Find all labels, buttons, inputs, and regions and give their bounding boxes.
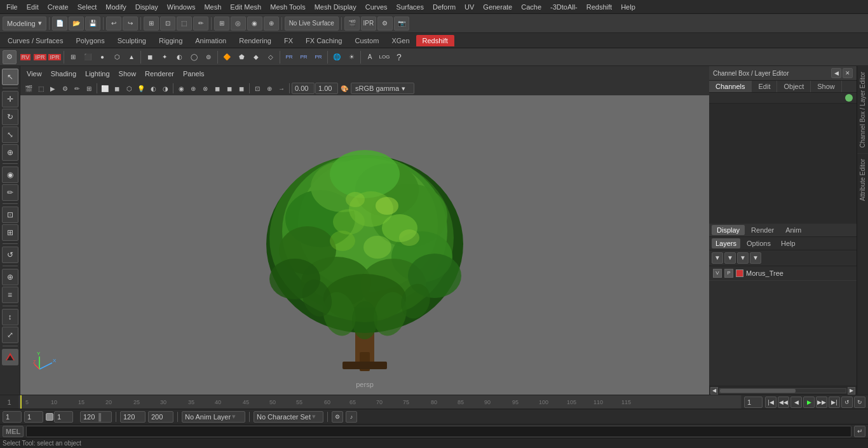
- vp-frame-btn[interactable]: ⬚: [35, 83, 46, 94]
- menu-create[interactable]: Create: [44, 2, 72, 12]
- vp-step-btn[interactable]: ⚙: [59, 83, 71, 94]
- menu-file[interactable]: File: [3, 2, 22, 12]
- vert-tab-channel-box[interactable]: Channel Box / Layer Editor: [857, 66, 868, 153]
- rs-geo-btn[interactable]: ⬡: [110, 50, 124, 64]
- layer-vp-btn[interactable]: V: [713, 269, 722, 278]
- vp-panels-menu[interactable]: Panels: [179, 69, 208, 79]
- paint-ops-btn[interactable]: ✏: [2, 184, 18, 201]
- menu-cache[interactable]: Cache: [517, 2, 545, 12]
- layer-scrollbar[interactable]: ◀ ▶: [709, 386, 857, 395]
- menu-deform[interactable]: Deform: [429, 2, 459, 12]
- menu-edit[interactable]: Edit: [23, 2, 43, 12]
- transport-forward[interactable]: ▶▶: [816, 397, 827, 408]
- vp-play-btn[interactable]: ▶: [47, 83, 58, 94]
- vp-renderer-menu[interactable]: Renderer: [141, 69, 178, 79]
- rs-ipr3-btn[interactable]: IPR: [48, 50, 62, 64]
- transport-goto-end[interactable]: ▶|: [829, 397, 840, 408]
- transport-loop[interactable]: ↺: [841, 397, 853, 408]
- rs-sky-btn[interactable]: ☀: [344, 50, 358, 64]
- transport-step[interactable]: ↻: [854, 397, 865, 408]
- vp-show-menu[interactable]: Show: [115, 69, 140, 79]
- le-action-4[interactable]: ▼: [750, 252, 761, 264]
- menu-windows[interactable]: Windows: [163, 2, 200, 12]
- tab-xgen[interactable]: XGen: [385, 35, 416, 46]
- rs-env-btn[interactable]: 🌐: [330, 50, 344, 64]
- tab-redshift[interactable]: Redshift: [416, 35, 454, 46]
- rs-mat2-btn[interactable]: ⬟: [234, 50, 248, 64]
- rs-box-btn[interactable]: ⬛: [81, 50, 95, 64]
- rs-cone-btn[interactable]: ▲: [125, 50, 139, 64]
- vp-zoom-value[interactable]: 1.00: [315, 83, 338, 94]
- layer-render-btn[interactable]: P: [724, 269, 733, 278]
- vp-camera-btn[interactable]: 🎬: [23, 83, 34, 94]
- last-tool-btn[interactable]: ⊕: [2, 269, 18, 285]
- le-action-3[interactable]: ▼: [737, 252, 749, 264]
- vp-res3-btn[interactable]: ◼: [236, 83, 247, 94]
- rs-mat1-btn[interactable]: 🔶: [220, 50, 234, 64]
- menu-select[interactable]: Select: [74, 2, 101, 12]
- vp-shadow-btn[interactable]: ◐: [147, 83, 159, 94]
- vert-move-btn[interactable]: ↕: [2, 309, 18, 325]
- rs-mat4-btn[interactable]: ◇: [264, 50, 278, 64]
- scroll-left-arrow[interactable]: ◀: [710, 387, 718, 395]
- tab-animation[interactable]: Animation: [189, 35, 233, 46]
- soft-select-btn[interactable]: ◉: [2, 166, 18, 183]
- le-layers-tab[interactable]: Layers: [712, 238, 740, 248]
- universal-manip-btn[interactable]: ⊕: [2, 144, 18, 161]
- le-action-1[interactable]: ▼: [712, 252, 723, 264]
- rp-display-tab[interactable]: Display: [712, 225, 745, 235]
- select-by-component-btn[interactable]: ⊡: [160, 17, 175, 31]
- vp-xray2-btn[interactable]: ⊗: [200, 83, 211, 94]
- vp-next-btn[interactable]: →: [276, 83, 287, 94]
- menu-redshift[interactable]: Redshift: [583, 2, 616, 12]
- menu-mesh-display[interactable]: Mesh Display: [311, 2, 360, 12]
- layer-color-swatch[interactable]: [736, 269, 743, 277]
- render-view-btn[interactable]: 🎬: [344, 17, 360, 31]
- tab-rigging[interactable]: Rigging: [153, 35, 189, 46]
- vp-texture-btn[interactable]: ⬡: [123, 83, 135, 94]
- scale-tool-btn[interactable]: ⤡: [2, 126, 18, 143]
- bc-min-frame[interactable]: 120: [120, 411, 146, 423]
- vp-lighting-menu[interactable]: Lighting: [81, 69, 114, 79]
- menu-help[interactable]: Help: [617, 2, 639, 12]
- bc-frame2[interactable]: 1: [24, 411, 43, 423]
- rs-log-btn[interactable]: LOG: [377, 50, 391, 64]
- vp-ao-btn[interactable]: ◑: [159, 83, 171, 94]
- layer-row[interactable]: V P Morus_Tree: [709, 266, 857, 281]
- snapshot-btn[interactable]: 📷: [394, 17, 409, 31]
- rs-mat3-btn[interactable]: ◆: [249, 50, 263, 64]
- vp-bookmark-btn[interactable]: ⊕: [264, 83, 275, 94]
- workspace-dropdown[interactable]: Modeling ▾: [3, 17, 46, 31]
- rs-torus-btn[interactable]: ⊚: [201, 50, 215, 64]
- rs-ring-btn[interactable]: ◯: [187, 50, 201, 64]
- rp-render-tab[interactable]: Render: [746, 225, 779, 235]
- vp-colorspace-dropdown[interactable]: sRGB gamma ▾: [351, 83, 414, 94]
- snap-to-point-btn[interactable]: ◉: [247, 17, 262, 31]
- save-scene-btn[interactable]: 💾: [85, 17, 100, 31]
- scroll-right-arrow[interactable]: ▶: [848, 387, 855, 395]
- menu-edit-mesh[interactable]: Edit Mesh: [226, 2, 265, 12]
- cb-channels-tab[interactable]: Channels: [709, 81, 752, 92]
- rs-pr1-btn[interactable]: PR: [282, 50, 296, 64]
- scroll-track[interactable]: [719, 388, 846, 393]
- snap-to-grid-btn[interactable]: ⊞: [214, 17, 229, 31]
- rp-anim-tab[interactable]: Anim: [780, 225, 806, 235]
- rs-grid-btn[interactable]: ⊞: [66, 50, 80, 64]
- vp-res2-btn[interactable]: ◼: [224, 83, 235, 94]
- bc-settings-btn[interactable]: ⚙: [332, 411, 343, 423]
- rp-prev-btn[interactable]: ◀: [831, 68, 841, 78]
- menu-3dtall[interactable]: -3DtoAll-: [546, 2, 581, 12]
- le-action-2[interactable]: ▼: [724, 252, 736, 264]
- tab-curves-surfaces[interactable]: Curves / Surfaces: [1, 35, 69, 46]
- transport-step-back[interactable]: ◀◀: [778, 397, 789, 408]
- ipr-btn[interactable]: IPR: [361, 17, 376, 31]
- cb-show-tab[interactable]: Show: [811, 81, 842, 92]
- xform-btn[interactable]: ⤢: [2, 327, 18, 343]
- bc-frame3[interactable]: 1: [54, 411, 73, 423]
- bc-range-end[interactable]: 120 ▐: [80, 411, 112, 423]
- vp-paint-btn[interactable]: ✏: [71, 83, 83, 94]
- render-settings-btn[interactable]: ⚙: [377, 17, 393, 31]
- vp-grid-btn[interactable]: ⊞: [83, 83, 95, 94]
- rotate-btn2[interactable]: ↺: [2, 247, 18, 263]
- move-tool-btn[interactable]: ✛: [2, 91, 18, 107]
